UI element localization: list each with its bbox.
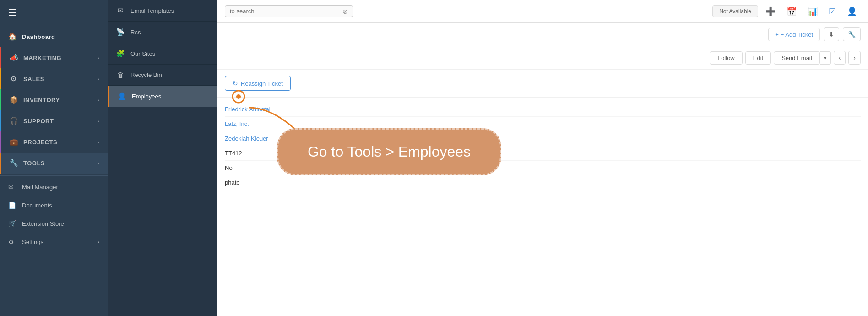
sidebar-item-support[interactable]: 🎧 SUPPORT › (0, 110, 108, 131)
tasks-icon[interactable]: ☑ (825, 5, 840, 18)
mail-icon: ✉ (8, 183, 16, 191)
add-ticket-button[interactable]: + + Add Ticket (768, 28, 820, 41)
marketing-icon: 📣 (10, 54, 18, 62)
info-row-5: No (225, 161, 861, 175)
ticket-id-value: TT412 (225, 150, 242, 157)
sidebar-label-documents: Documents (22, 202, 52, 209)
our-sites-icon: 🧩 (116, 49, 125, 58)
calendar-icon[interactable]: 📅 (783, 5, 800, 18)
main-content: ⊗ Not Available ➕ 📅 📊 ☑ 👤 + + Add Ticket… (217, 0, 868, 316)
dashboard-icon: 🏠 (8, 33, 16, 41)
submenu-item-our-sites[interactable]: 🧩 Our Sites (108, 43, 217, 65)
reassign-label: Reassign Ticket (241, 80, 283, 87)
chart-icon[interactable]: 📊 (804, 5, 821, 18)
employees-icon: 👤 (117, 92, 126, 100)
submenu-item-employees[interactable]: 👤 Employees (108, 86, 217, 107)
info-row-6: phate (225, 175, 861, 190)
inventory-icon: 📦 (10, 96, 18, 104)
chevron-right-icon: › (98, 118, 99, 124)
phohate-value: phate (225, 179, 240, 186)
tools-submenu: ✉ Email Templates 📡 Rss 🧩 Our Sites 🗑 Re… (108, 0, 217, 316)
sidebar-item-dashboard[interactable]: 🏠 Dashboard (0, 26, 108, 47)
next-ticket-button[interactable]: › (848, 51, 861, 65)
download-button[interactable]: ⬇ (824, 27, 839, 41)
prev-ticket-button[interactable]: ‹ (834, 51, 846, 65)
sidebar-divider (0, 175, 108, 176)
submenu-item-email-templates[interactable]: ✉ Email Templates (108, 0, 217, 22)
follow-button[interactable]: Follow (710, 51, 743, 65)
sidebar-item-sales[interactable]: ⊙ SALES › (0, 68, 108, 89)
sidebar-item-settings[interactable]: ⚙ Settings › (0, 233, 108, 251)
chevron-right-icon: › (98, 239, 99, 245)
info-section: Friedrick Artinstall Latz, Inc. Zedekiah… (217, 98, 868, 195)
info-row-1: Friedrick Artinstall (225, 102, 861, 117)
info-row-2: Latz, Inc. (225, 117, 861, 131)
info-row-3: Zedekiah Kleuer (225, 131, 861, 146)
send-email-button[interactable]: Send Email (774, 51, 819, 65)
search-box[interactable]: ⊗ (225, 5, 353, 17)
send-email-label: Send Email (781, 54, 812, 61)
sidebar-item-inventory[interactable]: 📦 INVENTORY › (0, 89, 108, 110)
content-area: Follow Edit Send Email ▾ ‹ › ↻ Reassign … (217, 46, 868, 316)
status-button[interactable]: Not Available (712, 5, 758, 17)
user-icon[interactable]: 👤 (843, 5, 861, 18)
extension-store-icon: 🛒 (8, 220, 16, 227)
submenu-label-recycle-bin: Recycle Bin (130, 71, 162, 78)
no-value: No (225, 164, 233, 171)
rss-icon: 📡 (116, 28, 125, 36)
ticket-actions-bar: Follow Edit Send Email ▾ ‹ › (217, 46, 868, 70)
sidebar-label-mail-manager: Mail Manager (22, 184, 58, 191)
documents-icon: 📄 (8, 202, 16, 209)
company-link[interactable]: Latz, Inc. (225, 120, 249, 127)
sidebar-item-documents[interactable]: 📄 Documents (0, 196, 108, 214)
search-input[interactable] (230, 8, 342, 15)
settings-icon: ⚙ (8, 238, 16, 245)
submenu-label-our-sites: Our Sites (130, 50, 155, 57)
action-bar: + + Add Ticket ⬇ 🔧 (217, 23, 868, 46)
sidebar: ☰ 🏠 Dashboard 📣 MARKETING › ⊙ SALES › 📦 … (0, 0, 108, 316)
sidebar-label-inventory: INVENTORY (23, 97, 60, 104)
sidebar-item-mail-manager[interactable]: ✉ Mail Manager (0, 178, 108, 196)
chevron-right-icon: › (98, 160, 99, 166)
sidebar-label-settings: Settings (22, 239, 43, 245)
info-row-4: TT412 (225, 146, 861, 161)
topbar: ⊗ Not Available ➕ 📅 📊 ☑ 👤 (217, 0, 868, 23)
sidebar-label-marketing: MARKETING (23, 54, 61, 61)
contact-link[interactable]: Zedekiah Kleuer (225, 135, 268, 142)
sidebar-label-projects: PROJECTS (23, 139, 57, 146)
sidebar-label-extension-store: Extension Store (22, 220, 64, 227)
sidebar-label-sales: SALES (23, 76, 44, 82)
submenu-label-rss: Rss (130, 29, 141, 36)
tools-icon: 🔧 (10, 159, 18, 167)
reassign-ticket-button[interactable]: ↻ Reassign Ticket (225, 76, 291, 91)
sidebar-item-projects[interactable]: 💼 PROJECTS › (0, 131, 108, 153)
submenu-item-rss[interactable]: 📡 Rss (108, 22, 217, 43)
edit-button[interactable]: Edit (745, 51, 771, 65)
send-email-dropdown[interactable]: ▾ (820, 51, 831, 65)
chevron-right-icon: › (98, 76, 99, 82)
search-clear-icon[interactable]: ⊗ (342, 8, 348, 15)
projects-icon: 💼 (10, 138, 18, 146)
email-templates-icon: ✉ (116, 6, 125, 15)
chevron-right-icon: › (98, 139, 99, 145)
submenu-label-employees: Employees (132, 93, 161, 100)
sidebar-label-support: SUPPORT (23, 118, 54, 125)
recycle-bin-icon: 🗑 (116, 71, 125, 79)
sidebar-item-marketing[interactable]: 📣 MARKETING › (0, 47, 108, 68)
chevron-right-icon: › (98, 97, 99, 103)
sidebar-item-tools[interactable]: 🔧 TOOLS › (0, 153, 108, 174)
sidebar-label-tools: TOOLS (23, 160, 45, 167)
add-ticket-label: + Add Ticket (781, 31, 813, 38)
hamburger-icon[interactable]: ☰ (8, 8, 16, 18)
chevron-right-icon: › (98, 55, 99, 60)
submenu-item-recycle-bin[interactable]: 🗑 Recycle Bin (108, 65, 217, 86)
support-icon: 🎧 (10, 117, 18, 125)
add-icon[interactable]: ➕ (762, 5, 779, 18)
sidebar-item-extension-store[interactable]: 🛒 Extension Store (0, 214, 108, 233)
submenu-label-email-templates: Email Templates (130, 7, 174, 14)
send-email-group: Send Email ▾ (774, 51, 830, 65)
reassign-area: ↻ Reassign Ticket (217, 70, 868, 98)
reassign-icon: ↻ (233, 80, 238, 87)
friedrick-link[interactable]: Friedrick Artinstall (225, 106, 272, 113)
wrench-button[interactable]: 🔧 (843, 27, 861, 41)
